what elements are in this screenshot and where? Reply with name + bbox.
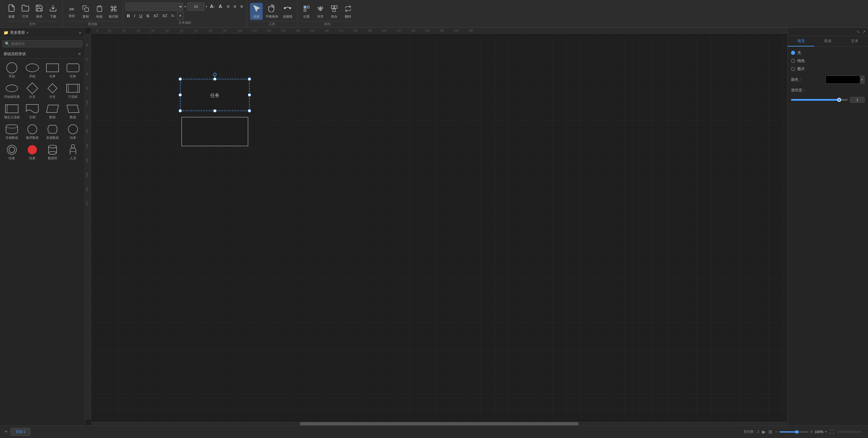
shape-task-selected[interactable]: 任务 (179, 73, 251, 112)
color-box[interactable] (826, 76, 860, 84)
fill-image-label: 图片 (797, 66, 805, 71)
svg-rect-7 (304, 9, 306, 11)
bold-button[interactable]: B (125, 12, 131, 19)
shape-item-start-oval[interactable]: 开始 (23, 61, 42, 80)
shape-item-end-black[interactable]: 结束 (63, 122, 83, 142)
shape-item-storage[interactable]: 存储数据 (2, 122, 22, 142)
svg-text:110: 110 (86, 115, 89, 119)
download-button[interactable]: 下载 (47, 3, 59, 20)
position-button[interactable]: 位置 (300, 4, 313, 20)
sub2-button[interactable]: X₂ (170, 12, 176, 19)
opacity-input[interactable] (850, 97, 865, 103)
zoom-dropdown-arrow[interactable]: ▾ (825, 430, 827, 434)
connect-icon (283, 4, 291, 14)
svg-rect-2 (98, 6, 101, 7)
svg-text:20: 20 (123, 29, 125, 32)
scrollbar-thumb[interactable] (300, 422, 579, 425)
shape-rect-plain[interactable] (182, 117, 248, 146)
group-button[interactable]: 组合 (328, 4, 341, 20)
format-brush-button[interactable]: 格式刷 (107, 4, 120, 20)
add-page-button[interactable]: + (5, 429, 8, 435)
clipboard-group-label: 剪切板 (65, 21, 120, 26)
copy-button[interactable]: 复制 (79, 4, 92, 20)
cut-button[interactable]: ✂ 剪切 (65, 5, 78, 19)
shape-item-branch-diamond-sm[interactable]: 分支 (43, 81, 62, 101)
zoom-slider[interactable] (779, 431, 808, 433)
share-icon[interactable]: ↗ (862, 29, 866, 34)
shape-item-branch-diamond[interactable]: 分支 (23, 81, 42, 101)
layers-button[interactable]: ⊞ (769, 429, 772, 435)
expand-icon[interactable]: ⤡ (857, 29, 860, 34)
play-button[interactable]: ▶ (762, 429, 766, 435)
tab-fill[interactable]: 填充 (787, 36, 814, 47)
connect-button[interactable]: 连接线 (281, 3, 294, 20)
font-size-input[interactable] (187, 3, 205, 11)
align-left-button[interactable]: ≡ (225, 3, 231, 10)
svg-point-92 (179, 78, 182, 81)
strikethrough-button[interactable]: S (145, 12, 151, 19)
shape-item-data-left[interactable]: 数据 (63, 102, 83, 121)
eraser-button[interactable]: A (177, 12, 183, 19)
page-tab-1[interactable]: 页面-1 (11, 428, 31, 436)
shape-item-seq-data[interactable]: 顺序数据 (23, 122, 42, 142)
opacity-slider[interactable] (791, 99, 848, 101)
tab-stroke[interactable]: 线条 (814, 36, 841, 47)
shape-item-end-outline[interactable]: 结束 (2, 143, 22, 162)
open-button[interactable]: 打开 (19, 3, 32, 20)
canvas[interactable]: 任务 (91, 33, 787, 419)
opacity-label: 透明度： (791, 88, 806, 93)
shape-label: 数据库 (48, 156, 57, 160)
underline-button[interactable]: U (138, 12, 144, 19)
align-center-button[interactable]: ≡ (232, 3, 238, 10)
fill-none-radio[interactable] (791, 51, 795, 55)
svg-text:140: 140 (86, 158, 89, 163)
select-button[interactable]: 选择 (250, 3, 263, 20)
new-button[interactable]: 新建 (5, 3, 18, 20)
shape-item-end-red[interactable]: 结束 (23, 143, 42, 162)
shape-panel-close-button[interactable]: ✕ (78, 52, 81, 56)
shape-item-task-rect-round[interactable]: 任务 (63, 61, 83, 80)
shape-label: 分支 (29, 95, 35, 99)
shape-item-document[interactable]: 文档 (23, 102, 42, 121)
font-size-increase-button[interactable]: A+ (209, 3, 216, 10)
fullscreen-button[interactable]: ⛶ (830, 429, 834, 435)
shape-item-subprocess[interactable]: 子流程 (63, 81, 83, 101)
align-button[interactable]: 对齐 (314, 4, 327, 20)
canvas-scrollbar[interactable] (91, 422, 787, 425)
shape-item-start-circle[interactable]: 开始 (2, 61, 22, 80)
shape-item-database[interactable]: 数据库 (43, 143, 62, 162)
shape-item-data-right[interactable]: 数据 (43, 102, 62, 121)
superscript-button[interactable]: X2 (152, 12, 160, 19)
pan-button[interactable]: 平移画布 (264, 3, 280, 20)
svg-text:100: 100 (238, 29, 242, 32)
font-size-decrease-button[interactable]: A- (217, 3, 224, 10)
paste-button[interactable]: 粘贴 (93, 4, 106, 20)
italic-button[interactable]: I (133, 12, 137, 19)
subscript-button[interactable]: X2 (161, 12, 169, 19)
canvas-area[interactable]: b 10 20 30 40 50 60 70 80 90 100 110 120… (85, 28, 787, 425)
tab-text[interactable]: 文本 (841, 36, 868, 47)
align-right-button[interactable]: ≡ (239, 3, 244, 10)
save-button[interactable]: 保存 (33, 3, 45, 20)
fill-image-radio[interactable] (791, 67, 795, 71)
shape-label: 预定义流程 (4, 115, 20, 119)
shape-item-direct-data[interactable]: 直接数据 (43, 122, 62, 142)
svg-text:180: 180 (353, 29, 358, 32)
fill-solid-radio[interactable] (791, 59, 795, 63)
sidebar-collapse-button[interactable]: » (79, 30, 81, 35)
svg-rect-6 (307, 6, 309, 8)
font-select[interactable] (125, 3, 183, 11)
zoom-minus-button[interactable]: − (775, 429, 778, 435)
flip-button[interactable]: 翻转 (342, 4, 354, 20)
shape-item-person[interactable]: 人员 (63, 143, 83, 162)
zoom-plus-button[interactable]: + (810, 429, 813, 435)
color-dropdown-arrow[interactable]: ▾ (860, 76, 865, 84)
more-shapes-button[interactable]: 📁 更多图形 ▾ (3, 30, 29, 35)
fill-solid-label: 纯色 (797, 58, 805, 63)
shape-label: 数据 (70, 115, 76, 119)
shape-item-task-rect[interactable]: 任务 (43, 61, 62, 80)
shape-item-start-end[interactable]: 开始或结束 (2, 81, 22, 101)
position-label: 位置 (303, 14, 310, 19)
search-input[interactable] (11, 42, 80, 46)
shape-item-predefined[interactable]: 预定义流程 (2, 102, 22, 121)
